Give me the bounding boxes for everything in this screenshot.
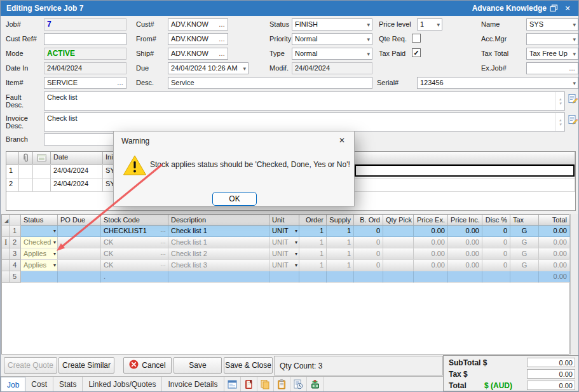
ship-lookup-ellipsis-button[interactable]: …: [219, 50, 226, 58]
qty-pick-cell[interactable]: [383, 248, 414, 260]
tab-linked-jobs-quotes[interactable]: Linked Jobs/Quotes: [83, 377, 162, 392]
save-button[interactable]: Save: [174, 357, 222, 374]
status-cell[interactable]: Applies▾: [21, 248, 58, 260]
unit-dropdown-icon[interactable]: ▾: [295, 228, 297, 234]
disc-cell[interactable]: 0: [482, 248, 510, 260]
column-header-stock-code[interactable]: Stock Code: [101, 215, 168, 226]
history-corner-cell[interactable]: [6, 152, 19, 165]
total-cell[interactable]: 0.00: [539, 260, 570, 271]
stock-code-cell[interactable]: CK…: [101, 248, 168, 260]
column-header-status[interactable]: Status: [21, 215, 58, 226]
disc-cell[interactable]: 0: [482, 237, 510, 248]
column-header-qty-pick[interactable]: Qty Pick: [383, 215, 414, 226]
stock-lookup-ellipsis-button[interactable]: …: [160, 250, 167, 256]
paperclip-icon[interactable]: [19, 152, 33, 165]
order-cell[interactable]: 1: [299, 260, 327, 271]
b-ord-cell[interactable]: 0: [354, 226, 383, 237]
chevron-down-icon[interactable]: ▾: [573, 79, 576, 88]
order-cell[interactable]: 1: [299, 248, 327, 260]
status-cell[interactable]: Checked▾: [21, 237, 58, 248]
column-header-unit[interactable]: Unit: [269, 215, 299, 226]
row-number-cell[interactable]: 2: [10, 237, 21, 248]
acc-mgr-dropdown[interactable]: ▾: [526, 33, 578, 45]
tax-cell[interactable]: G: [510, 260, 539, 271]
due-field[interactable]: 24/04/2024 10:26 AM▾: [168, 62, 249, 74]
tab-job[interactable]: Job: [1, 377, 25, 392]
tax-cell[interactable]: G: [510, 237, 539, 248]
save-close-button[interactable]: Save & Close: [224, 357, 273, 374]
column-header-po-due[interactable]: PO Due: [58, 215, 101, 226]
job-number-field[interactable]: 7: [44, 18, 126, 30]
history-date-cell[interactable]: 24/04/2024: [51, 179, 103, 192]
supply-cell[interactable]: [327, 271, 354, 283]
b-ord-cell[interactable]: 0: [354, 248, 383, 260]
total-cell[interactable]: 0.00: [539, 226, 570, 237]
address-book-icon[interactable]: [241, 377, 257, 392]
description-cell[interactable]: Check list 2: [168, 248, 269, 260]
description-cell[interactable]: [168, 271, 269, 283]
row-number-header[interactable]: [10, 215, 21, 226]
total-cell[interactable]: 0.00: [539, 248, 570, 260]
order-cell[interactable]: [299, 271, 327, 283]
b-ord-cell[interactable]: 0: [354, 260, 383, 271]
date-in-field[interactable]: 24/04/2024: [44, 62, 126, 74]
b-ord-cell[interactable]: 0: [354, 237, 383, 248]
create-similar-button[interactable]: Create Similar: [58, 357, 114, 374]
from-field[interactable]: ADV.KNOW…: [168, 33, 228, 45]
price-inc-cell[interactable]: 0.00: [448, 226, 482, 237]
price-ex-cell[interactable]: 0.00: [414, 260, 448, 271]
priority-dropdown[interactable]: Normal▾: [292, 33, 372, 45]
modif-field[interactable]: 24/04/2024: [292, 62, 372, 74]
chevron-down-icon[interactable]: ▾: [437, 21, 440, 29]
tax-value[interactable]: 0.00: [527, 369, 575, 379]
stock-lookup-ellipsis-button[interactable]: …: [160, 238, 167, 245]
cust-lookup-ellipsis-button[interactable]: …: [219, 20, 226, 29]
chevron-down-icon[interactable]: ▾: [573, 21, 576, 29]
tab-stats[interactable]: Stats: [53, 377, 83, 392]
column-header-b-ord[interactable]: B. Ord: [354, 215, 383, 226]
description-cell[interactable]: Check list 1: [168, 226, 269, 237]
row-indicator-cell[interactable]: [2, 226, 10, 237]
time-history-icon[interactable]: [290, 377, 307, 392]
po-due-cell[interactable]: [58, 260, 101, 271]
qty-pick-cell[interactable]: [383, 271, 414, 283]
disc-cell[interactable]: 0: [482, 260, 510, 271]
tax-cell[interactable]: [510, 271, 539, 283]
edit-note-icon[interactable]: [568, 114, 579, 126]
price-inc-cell[interactable]: 0.00: [448, 248, 482, 260]
memo-scroll-spinner[interactable]: ▴▾: [555, 113, 564, 131]
tax-paid-checkbox[interactable]: ✓: [412, 48, 421, 57]
restore-window-icon[interactable]: [547, 3, 561, 14]
mode-field[interactable]: ACTIVE: [44, 48, 126, 60]
supply-cell[interactable]: 1: [327, 248, 354, 260]
invoice-desc-memo[interactable]: Check list ▴▾: [44, 112, 565, 132]
disc-cell[interactable]: 0: [482, 226, 510, 237]
column-header-price-inc-[interactable]: Price Inc.: [448, 215, 482, 226]
unit-dropdown-icon[interactable]: ▾: [295, 240, 297, 245]
price-ex-cell[interactable]: 0.00: [414, 237, 448, 248]
b-ord-cell[interactable]: [354, 271, 383, 283]
po-due-cell[interactable]: [58, 271, 101, 283]
chevron-down-icon[interactable]: ▾: [367, 50, 370, 58]
desc-field[interactable]: Service: [168, 77, 372, 89]
chevron-down-icon[interactable]: ▾: [243, 65, 246, 73]
column-header-supply[interactable]: Supply: [327, 215, 354, 226]
note-card-icon[interactable]: [33, 152, 51, 165]
ship-field[interactable]: ADV.KNOW…: [168, 48, 228, 60]
price-ex-cell[interactable]: [414, 271, 448, 283]
po-due-cell[interactable]: [58, 226, 101, 237]
status-dropdown-icon[interactable]: ▾: [53, 228, 56, 234]
column-header-order[interactable]: Order: [299, 215, 327, 226]
history-focused-cell[interactable]: [355, 165, 575, 177]
ex-job-field[interactable]: …: [526, 62, 578, 74]
status-dropdown-icon[interactable]: ▾: [53, 251, 56, 257]
price-ex-cell[interactable]: 0.00: [414, 248, 448, 260]
qty-pick-cell[interactable]: [383, 260, 414, 271]
cancel-button[interactable]: Cancel: [123, 357, 172, 374]
order-cell[interactable]: 1: [299, 226, 327, 237]
total-cell[interactable]: 0.00: [539, 271, 570, 283]
tab-invoice-details[interactable]: Invoice Details: [162, 377, 224, 392]
qty-pick-cell[interactable]: [383, 226, 414, 237]
history-note-cell[interactable]: [33, 179, 51, 192]
supply-cell[interactable]: 1: [327, 237, 354, 248]
